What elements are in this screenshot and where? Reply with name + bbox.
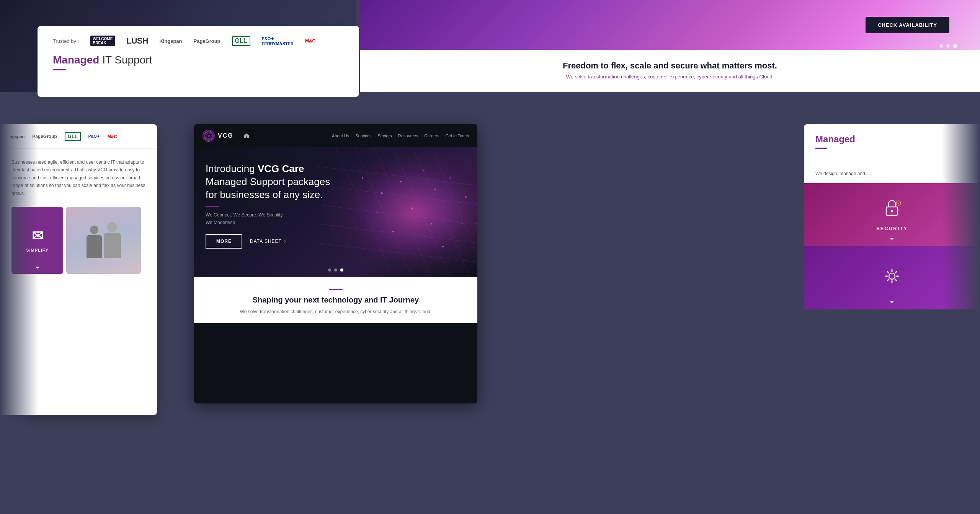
person-1: [87, 226, 102, 258]
vcg-logo-icon: [203, 130, 215, 142]
nav-resources[interactable]: Resources: [398, 133, 418, 138]
bottom-left-content: Businesses need agile, efficient and use…: [0, 149, 157, 283]
bottom-left-body: Businesses need agile, efficient and use…: [11, 158, 145, 197]
settings-chevron: ⌄: [889, 296, 895, 305]
vcg-hero-buttons: MORE DATA SHEET ›: [206, 234, 330, 249]
vcg-lower-title: Shaping your next technology and IT Jour…: [206, 296, 466, 304]
bottom-left-logos: ngspan PageGroup GLL P&O✈ M&C: [0, 124, 157, 149]
logo-lush: LUSH: [126, 36, 148, 46]
settings-card[interactable]: ⌄: [804, 246, 980, 309]
svg-point-15: [362, 177, 363, 179]
svg-point-16: [381, 192, 383, 194]
vcg-dot-1[interactable]: [328, 268, 331, 272]
vcg-hero-title: Introducing VCG Care Managed Support pac…: [206, 163, 330, 201]
lock-svg: +: [882, 198, 902, 218]
vcg-hero-content: Introducing VCG Care Managed Support pac…: [206, 163, 330, 249]
vcg-hero-dots-nav: [328, 268, 343, 272]
security-icon: +: [882, 198, 902, 221]
nav-careers[interactable]: Careers: [424, 133, 439, 138]
bl-logo-po: P&O✈: [88, 134, 100, 138]
svg-line-39: [895, 279, 897, 281]
freedom-title: Freedom to flex, scale and secure what m…: [563, 61, 777, 71]
managed-underline: [53, 69, 66, 70]
datasheet-label: DATA SHEET: [250, 239, 282, 244]
vcg-hero: Introducing VCG Care Managed Support pac…: [194, 147, 477, 277]
more-button[interactable]: MORE: [206, 234, 242, 249]
bottom-left-panel: ngspan PageGroup GLL P&O✈ M&C Businesses…: [0, 124, 157, 415]
simplify-chevron: ⌄: [35, 263, 40, 270]
svg-line-41: [887, 279, 889, 281]
svg-point-18: [423, 170, 425, 171]
bottom-left-icons: ✉ SIMPLIFY ⌄: [11, 207, 145, 274]
check-availability-button[interactable]: CHECK AVAILABILITY: [866, 17, 949, 33]
datasheet-arrow: ›: [284, 239, 286, 244]
logo-kingspan: Kingspan: [159, 38, 182, 44]
security-card[interactable]: + SECURITY ⌄: [804, 183, 980, 246]
top-right-gradient: CHECK AVAILABILITY: [360, 0, 980, 50]
right-icon-cards: + SECURITY ⌄: [804, 183, 980, 309]
svg-point-19: [434, 189, 436, 190]
freedom-subtitle: We solve transformation challenges, cust…: [566, 73, 774, 81]
datasheet-button[interactable]: DATA SHEET ›: [250, 239, 286, 244]
svg-point-17: [400, 181, 402, 182]
vcg-panel: VCG About Us Services Sectors Resources …: [194, 124, 477, 403]
security-chevron: ⌄: [889, 233, 895, 242]
right-managed-text: We design, manage and...: [804, 170, 980, 183]
managed-suffix: IT Support: [99, 54, 152, 66]
white-card-top: Trusted by : WELCOMEBREAK LUSH Kingspan …: [38, 26, 359, 97]
dot-2[interactable]: [946, 44, 950, 48]
persons: [87, 222, 121, 258]
svg-point-2: [207, 135, 210, 137]
carousel-dots: [939, 44, 957, 48]
home-icon-wrap[interactable]: [243, 133, 250, 139]
gear-svg: [882, 267, 902, 286]
right-managed-underline: [815, 148, 827, 149]
bottom-section: ngspan PageGroup GLL P&O✈ M&C Businesses…: [0, 101, 980, 514]
logo-pagegroup: PageGroup: [194, 38, 220, 44]
right-managed-prefix: Managed: [815, 134, 855, 144]
simplify-card[interactable]: ✉ SIMPLIFY ⌄: [11, 207, 63, 274]
bl-logo-kingspan: ngspan: [10, 134, 24, 139]
vcg-nav: VCG About Us Services Sectors Resources …: [194, 124, 477, 147]
right-managed-title: Managed: [815, 134, 969, 145]
logo-welcomebreak: WELCOMEBREAK: [90, 36, 115, 46]
svg-point-29: [891, 210, 893, 212]
home-icon: [243, 133, 250, 139]
vcg-hero-underline: [206, 206, 219, 207]
dot-3[interactable]: [953, 44, 957, 48]
vcg-dot-2[interactable]: [334, 268, 337, 272]
logo-po: P&O✈FERRYMASTER: [262, 36, 294, 46]
nav-about[interactable]: About Us: [332, 133, 349, 138]
bottom-right-panel: Managed We design, manage and... + SECUR: [804, 124, 980, 415]
svg-point-33: [889, 273, 895, 279]
svg-point-27: [377, 212, 379, 213]
logo-mc: M&C: [305, 38, 315, 44]
trusted-by-row: Trusted by : WELCOMEBREAK LUSH Kingspan …: [53, 36, 344, 46]
photo-placeholder: [66, 207, 141, 274]
simplify-icon: ✉: [32, 228, 43, 244]
svg-point-25: [392, 231, 394, 232]
svg-point-21: [465, 196, 467, 198]
svg-point-20: [450, 177, 451, 179]
photo-card: [66, 207, 141, 274]
security-label: SECURITY: [876, 226, 908, 231]
bl-logo-mc: M&C: [107, 134, 117, 139]
vcg-logo: VCG: [203, 130, 234, 142]
svg-point-1: [206, 133, 211, 138]
logo-gll: GLL: [232, 36, 250, 46]
nav-sectors[interactable]: Sectors: [377, 133, 392, 138]
vcg-logo-svg: [203, 130, 214, 141]
vcg-lower-subtitle: We solve transformation challenges, cust…: [206, 308, 466, 316]
svg-point-22: [412, 208, 413, 210]
nav-services[interactable]: Services: [355, 133, 371, 138]
vcg-dot-3[interactable]: [340, 268, 343, 272]
vcg-lower: Shaping your next technology and IT Jour…: [194, 277, 477, 323]
managed-prefix: Managed: [53, 54, 99, 66]
svg-point-24: [462, 223, 463, 224]
dot-1[interactable]: [939, 44, 943, 48]
svg-point-26: [442, 246, 444, 247]
vcg-logo-text: VCG: [218, 132, 234, 139]
top-right-panel: CHECK AVAILABILITY Freedom to flex, scal…: [360, 0, 980, 92]
nav-contact[interactable]: Get in Touch: [445, 133, 469, 138]
vcg-nav-links: About Us Services Sectors Resources Care…: [332, 133, 469, 138]
